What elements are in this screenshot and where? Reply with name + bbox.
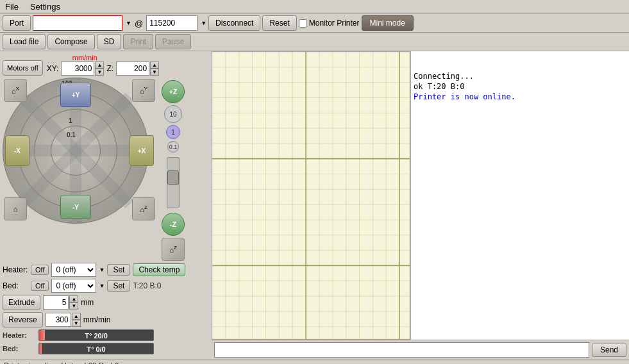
extrude-down[interactable]: ▼: [69, 302, 78, 310]
jog-area: 100 10 1 0.1 +Y -Y -X +X: [3, 78, 209, 261]
xy-up-arrow[interactable]: ▲: [95, 62, 104, 69]
home-top-left[interactable]: ⌂X: [4, 79, 27, 102]
menu-file[interactable]: File: [3, 1, 21, 12]
home-icon-tr: ⌂Y: [140, 86, 147, 95]
xy-jog-wheel: 100 10 1 0.1 +Y -Y -X +X: [3, 78, 156, 222]
z-jog-panel: +Z 10 1 0.1: [162, 78, 185, 261]
load-file-button[interactable]: Load file: [3, 34, 46, 49]
port-dropdown-arrow[interactable]: ▼: [126, 20, 131, 26]
bed-off-button[interactable]: Off: [31, 281, 49, 291]
pause-button[interactable]: Pause: [155, 34, 191, 49]
grid-canvas: [212, 51, 410, 340]
mini-mode-button[interactable]: Mini mode: [362, 15, 414, 31]
baud-input[interactable]: [146, 15, 197, 31]
heater-off-button[interactable]: Off: [31, 265, 49, 275]
x-minus-button[interactable]: -X: [5, 135, 29, 166]
x-minus-label: -X: [14, 147, 21, 154]
x-plus-button[interactable]: +X: [130, 135, 154, 166]
z-step-01-label: 0.1: [169, 144, 178, 150]
z-step-10[interactable]: 10: [164, 105, 182, 123]
home-bottom-left[interactable]: ⌂: [4, 197, 27, 220]
extrude-up[interactable]: ▲: [69, 295, 78, 302]
reverse-row: Reverse ▲ ▼ mm/min: [3, 312, 209, 327]
log-line: ok T:20 B:0: [414, 82, 626, 91]
monitor-printer-label: Monitor Printer: [309, 19, 360, 28]
z-minus-label: -Z: [170, 220, 176, 228]
z-down-arrow[interactable]: ▼: [150, 69, 159, 76]
port-button[interactable]: Port: [3, 15, 31, 31]
mm-min-label: mm/min: [72, 54, 97, 62]
bed-set-button[interactable]: Set: [107, 280, 130, 292]
content-area: Connecting...ok T:20 B:0Printer is now o…: [212, 51, 629, 340]
reverse-value-input[interactable]: [46, 313, 71, 327]
disconnect-button[interactable]: Disconnect: [208, 15, 260, 31]
z-minus-button[interactable]: -Z: [162, 213, 185, 236]
monitor-printer-wrap: Monitor Printer: [299, 19, 360, 28]
reverse-down[interactable]: ▼: [72, 320, 81, 327]
y-plus-label: +Y: [72, 92, 80, 99]
z-step-1-label: 1: [171, 129, 175, 136]
z-home-button[interactable]: ⌂Z: [162, 238, 185, 261]
z-slider-thumb[interactable]: [167, 170, 179, 185]
z-spin: ▲ ▼: [116, 62, 159, 76]
z-step-01[interactable]: 0.1: [167, 141, 179, 153]
motion-controls: Motors off mm/min XY: ▲ ▼ Z:: [3, 54, 209, 76]
heater-control-row: Heater: Off 0 (off) ▼ Set Check temp: [3, 263, 209, 277]
heater-value-select[interactable]: 0 (off): [51, 263, 96, 277]
y-plus-button[interactable]: +Y: [60, 83, 91, 107]
log-line: Printer is now online.: [414, 92, 626, 101]
sd-button[interactable]: SD: [97, 34, 122, 49]
bed-bar-text: T° 0/0: [39, 343, 153, 354]
extrude-spin: ▲ ▼: [43, 295, 78, 310]
reverse-up[interactable]: ▲: [72, 313, 81, 320]
extrude-value-input[interactable]: [43, 295, 69, 310]
bed-temp-bar: T° 0/0: [38, 343, 154, 354]
z-up-arrow[interactable]: ▲: [150, 62, 159, 69]
check-temp-button[interactable]: Check temp: [133, 263, 185, 276]
z-step-1[interactable]: 1: [166, 125, 180, 139]
monitor-printer-checkbox[interactable]: [299, 19, 307, 28]
send-button[interactable]: Send: [592, 343, 626, 357]
menu-settings[interactable]: Settings: [28, 1, 63, 12]
heater-set-button[interactable]: Set: [107, 264, 130, 276]
bed-control-row: Bed: Off 0 (off) ▼ Set T:20 B:0: [3, 279, 209, 293]
heater-bar-wrap: Heater: T° 20/0: [3, 329, 209, 341]
toolbar2: Load file Compose SD Print Pause: [0, 33, 629, 51]
y-minus-button[interactable]: -Y: [60, 195, 91, 219]
xy-value-input[interactable]: [61, 62, 94, 76]
heater-label: Heater:: [3, 265, 28, 274]
xy-spin: ▲ ▼: [61, 62, 104, 76]
at-label: @: [135, 19, 143, 28]
bed-value-select[interactable]: 0 (off): [51, 279, 96, 293]
reset-button[interactable]: Reset: [262, 15, 296, 31]
xy-label: XY:: [47, 64, 59, 73]
z-plus-button[interactable]: +Z: [162, 80, 185, 103]
bed-bar-label: Bed:: [3, 345, 36, 352]
heater-dropdown-arrow[interactable]: ▼: [99, 267, 105, 273]
xy-down-arrow[interactable]: ▼: [95, 69, 104, 76]
x-plus-label: +X: [138, 147, 146, 154]
z-plus-label: +Z: [169, 88, 177, 95]
compose-button[interactable]: Compose: [47, 34, 94, 49]
home-top-right[interactable]: ⌂Y: [132, 79, 155, 102]
z-step-10-label: 10: [169, 111, 176, 118]
extrude-button[interactable]: Extrude: [3, 295, 40, 310]
baud-dropdown-arrow[interactable]: ▼: [201, 20, 206, 26]
bed-dropdown-arrow[interactable]: ▼: [99, 283, 105, 289]
log-lines-container: Connecting...ok T:20 B:0Printer is now o…: [414, 72, 626, 101]
log-line: Connecting...: [414, 72, 626, 81]
bed-label: Bed:: [3, 281, 28, 290]
motors-off-button[interactable]: Motors off: [3, 60, 43, 76]
send-input[interactable]: [214, 342, 589, 358]
print-button[interactable]: Print: [123, 34, 153, 49]
z-value-input[interactable]: [116, 62, 149, 76]
port-input[interactable]: [33, 15, 122, 31]
statusbar: Printer is online. Hotend:20 Bed:0: [0, 360, 629, 364]
home-icon-br: ⌂Z: [140, 204, 147, 213]
bed-bar-wrap: Bed: T° 0/0: [3, 343, 209, 354]
extrude-unit: mm: [81, 298, 94, 307]
reverse-button[interactable]: Reverse: [3, 312, 43, 327]
z-label: Z:: [106, 64, 113, 73]
home-bottom-right[interactable]: ⌂Z: [132, 197, 155, 220]
z-slider[interactable]: [167, 157, 180, 208]
